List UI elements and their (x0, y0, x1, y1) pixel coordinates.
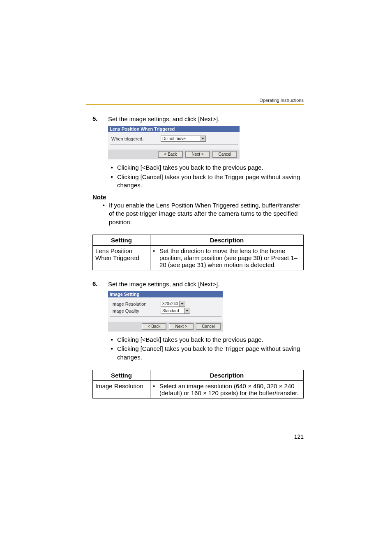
lens-position-table: Setting Description Lens Position When T… (92, 235, 304, 270)
table-cell-description: • Select an image resolution (640 × 480,… (150, 380, 304, 398)
image-quality-dropdown[interactable]: Standard (161, 308, 190, 314)
table-header-description: Description (150, 235, 304, 245)
table-cell-text: Set the direction to move the lens to th… (159, 247, 301, 268)
step-6-text: Set the image settings, and click [Next>… (108, 280, 304, 288)
cancel-button[interactable]: Cancel (212, 151, 237, 158)
lens-position-panel: Lens Position When Triggered When trigge… (108, 126, 240, 159)
step-6-number: 6. (92, 280, 108, 288)
cancel-button[interactable]: Cancel (196, 323, 221, 330)
step-6: 6. Set the image settings, and click [Ne… (92, 280, 304, 288)
panel-divider (110, 144, 238, 145)
chevron-down-icon[interactable] (184, 308, 190, 313)
image-resolution-value: 320x240 (162, 302, 179, 306)
bullet-icon: • (153, 382, 159, 396)
table-header-setting: Setting (93, 370, 150, 380)
image-quality-label: Image Quality (111, 309, 161, 313)
table-header-description: Description (150, 370, 304, 380)
chevron-down-icon[interactable] (200, 136, 205, 141)
image-setting-panel-body: Image Resolution 320x240 Image Quality S… (108, 297, 223, 322)
step-5: 5. Set the image settings, and click [Ne… (92, 115, 304, 123)
table-cell-text: Select an image resolution (640 × 480, 3… (159, 382, 301, 396)
note-bullet-1: If you enable the Lens Position When Tri… (108, 201, 304, 226)
table-header-setting: Setting (93, 235, 150, 245)
step-5-text: Set the image settings, and click [Next>… (108, 115, 304, 123)
image-setting-panel-title: Image Setting (108, 291, 223, 297)
next-button[interactable]: Next > (169, 323, 194, 330)
note-bullets: If you enable the Lens Position When Tri… (100, 201, 304, 226)
running-head: Operating Instructions (259, 98, 304, 103)
panel-divider (110, 316, 221, 317)
image-quality-row: Image Quality Standard (111, 308, 220, 314)
header-rule (86, 104, 304, 105)
step-6-bullet-2: Clicking [Cancel] takes you back to the … (116, 345, 304, 362)
page-content: 5. Set the image settings, and click [Ne… (92, 99, 304, 398)
note-heading: Note (92, 193, 304, 200)
back-button[interactable]: < Back (158, 151, 183, 158)
table-row: Image Resolution • Select an image resol… (93, 380, 304, 398)
lens-position-button-bar: < Back Next > Cancel (108, 150, 240, 159)
next-button[interactable]: Next > (185, 151, 210, 158)
image-resolution-row: Image Resolution 320x240 (111, 301, 220, 307)
lens-position-panel-title: Lens Position When Triggered (108, 126, 240, 132)
image-quality-value: Standard (162, 309, 184, 313)
table-cell-description: • Set the direction to move the lens to … (150, 245, 304, 270)
image-setting-button-bar: < Back Next > Cancel (108, 322, 223, 332)
step-5-bullet-1: Clicking [<Back] takes you back to the p… (116, 164, 304, 172)
image-resolution-dropdown[interactable]: 320x240 (161, 301, 185, 307)
bullet-icon: • (153, 247, 159, 268)
image-resolution-table: Setting Description Image Resolution • S… (92, 370, 304, 398)
step-5-number: 5. (92, 115, 108, 123)
table-row: Setting Description (93, 370, 304, 380)
step-5-bullets: Clicking [<Back] takes you back to the p… (108, 164, 304, 189)
table-cell-setting: Image Resolution (93, 380, 150, 398)
chevron-down-icon[interactable] (179, 301, 185, 306)
image-resolution-label: Image Resolution (111, 302, 161, 306)
step-6-bullet-1: Clicking [<Back] takes you back to the p… (116, 336, 304, 344)
step-6-bullets: Clicking [<Back] takes you back to the p… (108, 336, 304, 362)
lens-position-panel-body: When triggered, Do not move (108, 132, 240, 150)
when-triggered-row: When triggered, Do not move (111, 136, 236, 142)
page-number: 121 (294, 433, 304, 440)
table-row: Lens Position When Triggered • Set the d… (93, 245, 304, 270)
table-row: Setting Description (93, 235, 304, 245)
when-triggered-label: When triggered, (111, 136, 161, 141)
step-5-bullet-2: Clicking [Cancel] takes you back to the … (116, 173, 304, 190)
back-button[interactable]: < Back (142, 323, 166, 330)
when-triggered-value: Do not move (162, 136, 200, 141)
image-setting-panel: Image Setting Image Resolution 320x240 I… (108, 291, 223, 332)
when-triggered-dropdown[interactable]: Do not move (161, 136, 206, 142)
table-cell-setting: Lens Position When Triggered (93, 245, 150, 270)
